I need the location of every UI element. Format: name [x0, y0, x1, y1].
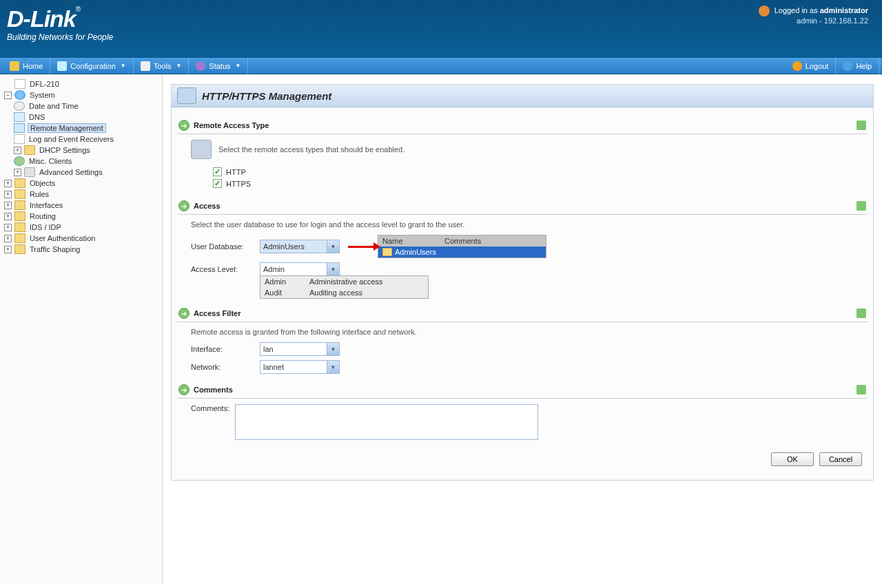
folder-icon	[14, 189, 25, 199]
menu-help[interactable]: Help	[836, 58, 879, 74]
label-access-level: Access Level:	[191, 265, 260, 273]
chevron-down-icon: ▼	[121, 63, 126, 69]
menu-home[interactable]: Home	[3, 58, 50, 74]
tree-root[interactable]: DFL-210	[4, 78, 158, 90]
arrow-icon: ➜	[178, 120, 189, 131]
section-remote-access: ➜ Remote Access Type	[177, 116, 868, 134]
folder-icon	[14, 222, 25, 232]
brand-tagline: Building Networks for People	[7, 32, 113, 42]
section-access: ➜ Access	[177, 196, 868, 215]
help-icon	[843, 61, 852, 71]
select-user-database[interactable]: AdminUsers ▼	[260, 240, 340, 253]
logout-icon	[792, 61, 802, 71]
access-desc: Select the user database to use for logi…	[191, 220, 464, 229]
tree-routing[interactable]: +Routing	[4, 211, 158, 222]
tree-user-auth[interactable]: +User Authentication	[4, 233, 158, 244]
chevron-down-icon: ▼	[236, 63, 241, 69]
arrow-icon: ➜	[178, 308, 189, 319]
server-icon	[191, 140, 212, 159]
menubar: Home Configuration▼ Tools▼ Status▼ Logou…	[0, 58, 882, 74]
section-access-filter: ➜ Access Filter	[177, 304, 868, 322]
chevron-down-icon: ▼	[327, 343, 339, 355]
dropdown-item-admin[interactable]: Admin Administrative access	[260, 276, 428, 287]
tree-ids-idp[interactable]: +IDS / IDP	[4, 222, 158, 233]
menu-status[interactable]: Status▼	[189, 58, 248, 74]
chevron-down-icon: ▼	[327, 240, 339, 253]
arrow-icon: ➜	[178, 384, 189, 395]
section-flag-icon	[857, 120, 866, 130]
access-level-dropdown: Admin Administrative access Audit Auditi…	[260, 275, 429, 299]
tree-system[interactable]: −System	[4, 90, 158, 101]
clock-icon	[14, 101, 25, 111]
checkbox-http[interactable]: ✓	[213, 167, 222, 176]
main-panel: HTTP/HTTPS Management ➜ Remote Access Ty…	[171, 84, 874, 481]
menu-configuration[interactable]: Configuration▼	[50, 58, 133, 74]
device-icon	[14, 79, 25, 89]
label-http: HTTP	[226, 168, 246, 176]
globe-icon	[14, 90, 25, 100]
login-prefix: Logged in as	[775, 6, 820, 14]
tree-log-event[interactable]: Log and Event Receivers	[4, 134, 158, 145]
login-info: Logged in as administrator admin - 192.1…	[759, 6, 868, 25]
annotation-arrow	[348, 246, 375, 248]
log-icon	[14, 134, 25, 144]
folder-icon	[14, 233, 25, 243]
tree-interfaces[interactable]: +Interfaces	[4, 200, 158, 211]
page-title-bar: HTTP/HTTPS Management	[172, 85, 873, 107]
folder-icon	[14, 200, 25, 210]
folder-icon	[382, 248, 392, 256]
user-icon	[759, 6, 770, 17]
section-flag-icon	[857, 308, 866, 318]
page-title: HTTP/HTTPS Management	[202, 90, 331, 102]
tree-remote-management[interactable]: Remote Management	[4, 123, 158, 134]
tools-icon	[141, 61, 150, 71]
select-network[interactable]: lannet ▼	[260, 360, 340, 374]
tree-rules[interactable]: +Rules	[4, 189, 158, 200]
label-user-database: User Database:	[191, 242, 260, 251]
label-https: HTTPS	[226, 180, 251, 188]
remote-icon	[14, 123, 25, 133]
menu-logout[interactable]: Logout	[786, 58, 837, 74]
textarea-comments[interactable]	[235, 404, 538, 440]
nav-tree: DFL-210 −System Date and Time DNS Remote…	[4, 78, 158, 255]
dropdown-item-audit[interactable]: Audit Auditing access	[260, 287, 428, 298]
tree-objects[interactable]: +Objects	[4, 178, 158, 189]
tree-advanced[interactable]: +Advanced Settings	[4, 167, 158, 178]
menu-tools[interactable]: Tools▼	[134, 58, 189, 74]
folder-icon	[24, 145, 35, 155]
select-access-level[interactable]: Admin ▼	[260, 262, 340, 276]
tree-misc[interactable]: Misc. Clients	[4, 156, 158, 167]
status-icon	[196, 61, 205, 71]
section-flag-icon	[857, 385, 866, 395]
main-content: HTTP/HTTPS Management ➜ Remote Access Ty…	[163, 74, 882, 584]
dropdown-header: Name Comments	[378, 235, 546, 246]
login-sub-link[interactable]: admin - 192.168.1.22	[797, 17, 868, 25]
brand-text: D-Link	[7, 6, 76, 32]
arrow-icon: ➜	[178, 200, 189, 211]
brand-logo: D-Link® Building Networks for People	[7, 6, 113, 42]
ok-button[interactable]: OK	[771, 452, 814, 466]
checkbox-https[interactable]: ✓	[213, 179, 222, 188]
page-title-icon	[177, 87, 196, 104]
tree-traffic[interactable]: +Traffic Shaping	[4, 244, 158, 255]
section-flag-icon	[857, 201, 866, 211]
misc-icon	[14, 156, 25, 166]
remote-access-desc: Select the remote access types that shou…	[218, 145, 404, 154]
select-interface[interactable]: lan ▼	[260, 342, 340, 356]
dropdown-item-adminusers[interactable]: AdminUsers	[378, 246, 546, 258]
section-comments: ➜ Comments	[177, 380, 868, 399]
chevron-down-icon: ▼	[327, 361, 339, 373]
label-interface: Interface:	[191, 345, 260, 353]
tree-date-time[interactable]: Date and Time	[4, 101, 158, 112]
cancel-button[interactable]: Cancel	[819, 452, 862, 466]
login-user: administrator	[820, 6, 868, 14]
folder-icon	[14, 178, 25, 188]
label-comments: Comments:	[191, 404, 229, 440]
user-database-dropdown: Name Comments AdminUsers	[378, 235, 546, 258]
folder-icon	[14, 211, 25, 221]
tree-dhcp[interactable]: +DHCP Settings	[4, 145, 158, 156]
filter-desc: Remote access is granted from the follow…	[191, 328, 417, 336]
chevron-down-icon: ▼	[327, 263, 339, 275]
folder-icon	[14, 244, 25, 254]
tree-dns[interactable]: DNS	[4, 112, 158, 123]
